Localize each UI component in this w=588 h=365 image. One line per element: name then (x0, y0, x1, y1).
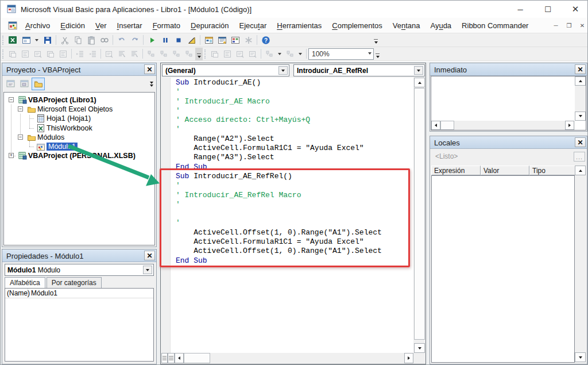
tree-item-microsoft-excel-objetos[interactable]: Microsoft Excel Objetos (37, 105, 113, 114)
next-bookmark-icon[interactable] (157, 48, 170, 60)
toggle-breakpoint-icon[interactable] (103, 48, 115, 60)
toolbar-drag-handle[interactable] (204, 49, 207, 59)
tree-item-vbaproject-libro1-[interactable]: VBAProject (Libro1) (28, 95, 96, 105)
bookmark-icon[interactable] (145, 48, 157, 60)
view-code-button[interactable] (4, 78, 17, 90)
collapse-icon[interactable]: − (18, 135, 23, 140)
minimize-button[interactable]: ─ (507, 1, 533, 18)
properties-window-icon[interactable] (215, 34, 229, 47)
help-icon[interactable]: ? (259, 34, 272, 47)
menu-depuración[interactable]: Depuración (185, 19, 234, 32)
center-icon[interactable] (284, 48, 296, 60)
toolbox-icon[interactable] (242, 34, 255, 47)
immediate-scroll-left-icon[interactable] (431, 121, 440, 130)
menu-ribbon-commander[interactable]: Ribbon Commander (457, 19, 533, 32)
center-dropdown-arrow[interactable] (296, 48, 304, 60)
collapse-icon[interactable]: − (18, 106, 23, 112)
mdi-minimize-button[interactable]: ─ (552, 22, 560, 29)
parameter-info-icon[interactable] (32, 48, 44, 60)
object-dropdown[interactable]: (General) (162, 64, 289, 76)
property-row[interactable]: (Name)Módulo1 (5, 289, 153, 298)
project-panel-header[interactable]: Proyecto - VBAProject ✕ (2, 63, 156, 76)
code-hscroll-thumb[interactable] (184, 353, 210, 363)
menu-archivo[interactable]: Archivo (20, 19, 55, 32)
locals-panel-header[interactable]: Locales ✕ (430, 136, 587, 149)
code-scroll-down-icon[interactable] (414, 343, 425, 353)
edit-toolbar-options-button[interactable] (195, 48, 203, 60)
tree-item-m-dulos[interactable]: Módulos (37, 133, 64, 142)
tree-item-thisworkbook[interactable]: ThisWorkbook (47, 124, 92, 133)
toolbar-drag-handle[interactable] (2, 36, 5, 45)
save-icon[interactable] (41, 34, 54, 47)
outdent-icon[interactable] (86, 48, 99, 60)
mdi-restore-button[interactable]: ❐ (565, 22, 573, 29)
list-constants-icon[interactable] (57, 48, 69, 60)
order-icon[interactable] (263, 48, 276, 60)
properties-combo-arrow-icon[interactable] (143, 266, 152, 274)
toolbar-options-button[interactable] (372, 33, 380, 46)
find-icon[interactable] (98, 34, 111, 47)
locals-body[interactable] (431, 175, 575, 363)
locals-scroll-down-icon[interactable] (575, 352, 586, 362)
undo-icon[interactable] (115, 34, 128, 47)
code-scroll-up-icon[interactable] (414, 78, 425, 87)
object-browser-icon[interactable] (229, 34, 242, 47)
toolbar-drag-handle[interactable] (2, 49, 5, 59)
tree-item-vbaproject-personal-xlsb-[interactable]: VBAProject (PERSONAL.XLSB) (28, 151, 136, 160)
tree-item-hoja1-hoja1-[interactable]: Hoja1 (Hoja1) (47, 114, 91, 123)
immediate-hscroll-thumb[interactable] (440, 121, 454, 130)
mdi-close-button[interactable]: ✕ (578, 22, 586, 29)
zoom-combobox[interactable]: 100% (308, 48, 374, 60)
property-value[interactable]: Módulo1 (28, 289, 57, 297)
menu-herramientas[interactable]: Herramientas (272, 19, 327, 32)
group-icon[interactable] (208, 48, 221, 60)
code-scroll-right-icon[interactable] (404, 353, 413, 363)
comment-block-icon[interactable] (115, 48, 128, 60)
toggle-folders-button[interactable] (32, 78, 45, 90)
expand-icon[interactable]: + (9, 153, 14, 158)
excel-icon[interactable] (6, 34, 20, 47)
collapse-icon[interactable]: − (9, 97, 14, 102)
design-mode-icon[interactable] (185, 34, 198, 47)
indent-icon[interactable] (74, 48, 86, 60)
prev-bookmark-icon[interactable] (170, 48, 183, 60)
view-object-button[interactable] (18, 78, 31, 90)
stop-icon[interactable] (172, 34, 185, 47)
properties-panel-close-icon[interactable]: ✕ (144, 251, 155, 260)
properties-grid[interactable]: (Name)Módulo1 (5, 288, 154, 362)
locals-ellipsis-button[interactable]: ... (574, 152, 585, 162)
locals-column-valor[interactable]: Valor (481, 166, 529, 175)
immediate-scroll-down-icon[interactable] (575, 112, 586, 121)
immediate-scroll-up-icon[interactable] (575, 76, 586, 86)
locals-scroll-up-icon[interactable] (575, 166, 586, 175)
insert-userform-icon[interactable] (20, 34, 33, 47)
quick-info-icon[interactable] (19, 48, 32, 60)
clear-bookmarks-icon[interactable] (183, 48, 195, 60)
insert-dropdown-arrow[interactable] (33, 34, 41, 47)
pause-icon[interactable] (158, 34, 172, 47)
close-button[interactable]: ✕ (562, 1, 588, 18)
code-vscroll-thumb[interactable] (414, 88, 425, 340)
menu-ver[interactable]: Ver (90, 19, 112, 32)
paste-icon[interactable] (84, 34, 98, 47)
procedure-dropdown-arrow-icon[interactable] (414, 66, 423, 75)
locals-panel-close-icon[interactable]: ✕ (575, 137, 586, 147)
project-panel-close-icon[interactable]: ✕ (144, 64, 155, 74)
menu-ventana[interactable]: Ventana (388, 19, 425, 32)
code-split-handle[interactable] (161, 353, 168, 363)
project-tree[interactable]: −VBAProject (Libro1)−Microsoft Excel Obj… (3, 92, 155, 245)
locals-vscrollbar[interactable] (575, 175, 586, 363)
locals-column-tipo[interactable]: Tipo (529, 166, 576, 175)
project-toolbar-overflow-icon[interactable] (148, 78, 155, 90)
cut-icon[interactable] (58, 34, 71, 47)
menu-ayuda[interactable]: Ayuda (425, 19, 457, 32)
menu-formato[interactable]: Formato (148, 19, 185, 32)
run-icon[interactable] (145, 34, 158, 47)
maximize-button[interactable]: ☐ (535, 1, 561, 18)
project-explorer-icon[interactable] (202, 34, 215, 47)
uncomment-block-icon[interactable] (128, 48, 141, 60)
code-scroll-left-icon[interactable] (175, 353, 184, 363)
immediate-panel-close-icon[interactable]: ✕ (575, 64, 586, 74)
zoom-dropdown-arrow[interactable] (368, 52, 372, 55)
menu-complementos[interactable]: Complementos (327, 19, 387, 32)
